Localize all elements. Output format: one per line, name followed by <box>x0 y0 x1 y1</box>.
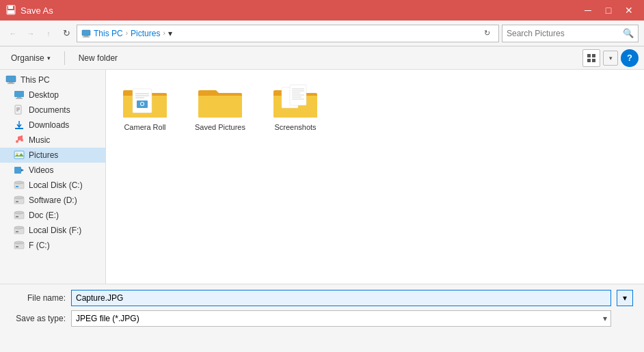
forward-button[interactable]: → <box>23 26 38 41</box>
sidebar-item-downloads[interactable]: Downloads <box>0 118 105 133</box>
refresh-button[interactable]: ↻ <box>59 26 74 41</box>
location-refresh-button[interactable]: ↻ <box>479 26 494 41</box>
folder-camera-roll-label: Camera Roll <box>124 123 165 131</box>
title-bar-controls: ─ □ ✕ <box>578 3 639 18</box>
sidebar-label-local-disk-f: Local Disk (F:) <box>29 226 81 235</box>
folder-saved-pictures[interactable]: Saved Pictures <box>189 78 251 135</box>
sidebar: This PC Desktop Documents <box>0 70 106 284</box>
disk-f-icon <box>14 225 25 236</box>
svg-rect-3 <box>82 30 90 36</box>
sidebar-item-doc-e[interactable]: Doc (E:) <box>0 208 105 223</box>
sidebar-label-local-disk-c: Local Disk (C:) <box>29 180 83 190</box>
breadcrumb-dropdown[interactable]: ▾ <box>168 29 172 38</box>
sidebar-label-doc-e: Doc (E:) <box>29 211 59 220</box>
svg-point-48 <box>141 103 144 105</box>
view-dropdown-button[interactable]: ▾ <box>603 51 618 66</box>
organise-dropdown-icon: ▾ <box>47 55 51 62</box>
up-button[interactable]: ↑ <box>41 26 56 41</box>
svg-rect-4 <box>84 36 88 37</box>
title-text: Save As <box>21 5 53 16</box>
breadcrumb-thispc[interactable]: This PC <box>94 29 123 38</box>
search-icon: 🔍 <box>623 28 634 38</box>
svg-rect-12 <box>8 83 14 84</box>
downloads-icon <box>14 120 25 131</box>
sidebar-item-pictures[interactable]: Pictures <box>0 148 105 163</box>
sidebar-item-desktop[interactable]: Desktop <box>0 87 105 103</box>
svg-rect-2 <box>8 10 14 14</box>
svg-point-28 <box>14 181 24 184</box>
svg-rect-25 <box>14 167 21 174</box>
svg-rect-9 <box>592 59 595 62</box>
folder-camera-roll[interactable]: Camera Roll <box>114 78 176 135</box>
sidebar-label-downloads: Downloads <box>29 120 69 130</box>
documents-icon <box>14 105 25 116</box>
sidebar-item-documents[interactable]: Documents <box>0 103 105 118</box>
disk-c-icon <box>14 180 25 191</box>
toolbar-right: ▾ ? <box>582 49 639 67</box>
svg-rect-13 <box>14 91 24 97</box>
svg-rect-8 <box>587 59 591 62</box>
svg-rect-1 <box>8 5 13 9</box>
toolbar: Organise ▾ New folder ▾ ? <box>0 46 644 70</box>
view-icon <box>587 53 596 63</box>
svg-marker-26 <box>21 169 24 172</box>
breadcrumb[interactable]: This PC › Pictures › ▾ ↻ <box>77 25 499 42</box>
filename-label: File name: <box>11 293 66 303</box>
save-icon <box>5 5 16 16</box>
close-button[interactable]: ✕ <box>619 3 639 18</box>
sidebar-item-music[interactable]: Music <box>0 133 105 148</box>
svg-point-34 <box>14 211 24 214</box>
sidebar-item-local-disk-f[interactable]: Local Disk (F:) <box>0 223 105 238</box>
sidebar-item-software-d[interactable]: Software (D:) <box>0 193 105 208</box>
title-bar: Save As ─ □ ✕ <box>0 0 644 21</box>
back-button[interactable]: ← <box>5 26 21 41</box>
svg-point-37 <box>14 226 24 229</box>
svg-rect-10 <box>6 76 16 82</box>
breadcrumb-pictures[interactable]: Pictures <box>131 29 160 38</box>
sidebar-item-this-pc[interactable]: This PC <box>0 72 105 87</box>
view-button[interactable] <box>582 49 600 67</box>
svg-rect-38 <box>16 231 18 232</box>
svg-rect-14 <box>17 97 21 98</box>
file-list: Camera Roll Saved Pictures <box>106 70 644 284</box>
svg-rect-5 <box>83 36 90 37</box>
help-button[interactable]: ? <box>621 49 639 67</box>
savetype-row: Save as type: JPEG file (*.JPG) <box>11 310 633 327</box>
sidebar-item-f-c[interactable]: F (C:) <box>0 238 105 253</box>
savetype-select[interactable]: JPEG file (*.JPG) <box>71 310 611 327</box>
desktop-icon <box>14 90 25 100</box>
savetype-spacer <box>617 310 633 327</box>
disk-fc-icon <box>14 240 25 251</box>
sidebar-item-videos[interactable]: Videos <box>0 163 105 178</box>
svg-point-21 <box>16 140 18 143</box>
computer-icon <box>81 29 91 38</box>
organise-button[interactable]: Organise ▾ <box>5 51 56 66</box>
disk-e-icon <box>14 210 25 221</box>
folder-saved-pictures-label: Saved Pictures <box>195 123 245 131</box>
sidebar-label-desktop: Desktop <box>29 90 59 100</box>
folder-camera-roll-icon <box>120 82 170 120</box>
search-box: 🔍 <box>502 25 639 42</box>
folder-screenshots[interactable]: Screenshots <box>265 78 326 135</box>
svg-rect-7 <box>592 54 595 57</box>
sidebar-label-documents: Documents <box>29 105 70 115</box>
savetype-label: Save as type: <box>11 314 66 323</box>
sidebar-item-local-disk-c[interactable]: Local Disk (C:) <box>0 178 105 193</box>
minimize-button[interactable]: ─ <box>578 3 598 18</box>
svg-rect-35 <box>16 216 18 217</box>
computer-icon <box>5 75 16 85</box>
sidebar-label-pictures: Pictures <box>29 150 58 160</box>
folder-screenshots-icon <box>271 82 320 120</box>
sidebar-label-music: Music <box>29 135 50 145</box>
title-bar-left: Save As <box>5 5 53 16</box>
videos-icon <box>14 165 25 176</box>
search-input[interactable] <box>507 29 620 38</box>
filename-row: File name: ▾ <box>11 290 633 306</box>
folder-saved-pictures-icon <box>196 82 245 120</box>
svg-point-31 <box>14 196 24 199</box>
new-folder-button[interactable]: New folder <box>73 51 123 66</box>
filename-input[interactable] <box>71 290 611 306</box>
filename-dropdown-button[interactable]: ▾ <box>617 290 633 306</box>
maximize-button[interactable]: □ <box>599 3 618 18</box>
svg-rect-41 <box>16 246 18 247</box>
